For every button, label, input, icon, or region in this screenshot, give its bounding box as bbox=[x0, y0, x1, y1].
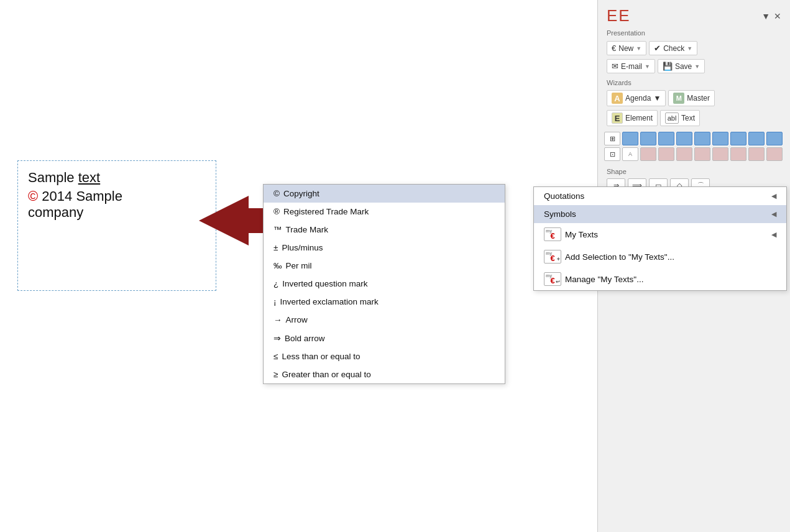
copyright-label: Copyright bbox=[283, 189, 319, 198]
plusminus-sym: ± bbox=[273, 243, 278, 252]
layout-btn-5[interactable] bbox=[676, 132, 692, 145]
email-icon: ✉ bbox=[612, 62, 618, 71]
gte-item[interactable]: ≥ Greater than or equal to bbox=[264, 365, 505, 383]
permil-label: Per mil bbox=[286, 261, 312, 270]
inv-question-sym: ¿ bbox=[273, 279, 278, 288]
master-label: Master bbox=[687, 94, 710, 103]
gte-sym: ≥ bbox=[273, 370, 278, 379]
lte-sym: ≤ bbox=[273, 352, 278, 361]
layout-btn-10[interactable] bbox=[766, 132, 783, 145]
agenda-button[interactable]: A Agenda ▼ bbox=[607, 90, 666, 106]
copyright-symbol: © bbox=[28, 188, 38, 204]
wizards-label: Wizards bbox=[598, 75, 790, 88]
inv-exclamation-item[interactable]: ¡ Inverted exclamation mark bbox=[264, 293, 505, 311]
layout-row-2: ⊡ A bbox=[604, 147, 784, 161]
bold-arrow-item[interactable]: ⇒ Bold arrow bbox=[264, 329, 505, 347]
email-label: E-mail bbox=[621, 62, 642, 71]
email-dropdown-arrow: ▼ bbox=[645, 63, 650, 70]
element-button[interactable]: E Element bbox=[607, 110, 658, 126]
agenda-dropdown-arrow: ▼ bbox=[653, 94, 661, 103]
wizard-buttons-row: A Agenda ▼ M Master bbox=[598, 88, 790, 108]
minimize-button[interactable]: ▼ bbox=[761, 11, 770, 21]
add-selection-item[interactable]: my € + Add Selection to "My Texts"... bbox=[534, 245, 786, 268]
manage-label: Manage "My Texts"... bbox=[565, 275, 643, 284]
layout-btn-2[interactable] bbox=[622, 132, 638, 145]
arrow-sym: → bbox=[273, 315, 282, 324]
email-button[interactable]: ✉ E-mail ▼ bbox=[607, 59, 655, 73]
symbols-main-menu: Quotations ◀ Symbols ◀ my € My Texts ◀ m… bbox=[533, 186, 787, 291]
trademark-label: Trade Mark bbox=[286, 225, 329, 234]
check-dropdown-arrow: ▼ bbox=[687, 45, 692, 52]
layout-btn-3[interactable] bbox=[640, 132, 656, 145]
sample-text-line2: © 2014 Sample bbox=[28, 188, 206, 204]
symbols-label: Symbols bbox=[544, 209, 576, 219]
email-save-row: ✉ E-mail ▼ 💾 Save ▼ bbox=[598, 57, 790, 75]
text-wizard-button[interactable]: abl Text bbox=[660, 110, 700, 126]
layout-btn-8[interactable] bbox=[730, 132, 746, 145]
arrow-item[interactable]: → Arrow bbox=[264, 311, 505, 329]
ee-logo: EE bbox=[607, 6, 631, 25]
layout-btn-18[interactable] bbox=[730, 147, 746, 161]
layout-btn-19[interactable] bbox=[748, 147, 765, 161]
layout-grid: ⊞ ⊡ A bbox=[598, 128, 790, 165]
copyright-item[interactable]: © Copyright bbox=[264, 185, 505, 203]
plusminus-item[interactable]: ± Plus/minus bbox=[264, 239, 505, 257]
layout-btn-13[interactable] bbox=[640, 147, 656, 161]
new-button[interactable]: € New ▼ bbox=[607, 41, 646, 55]
text-wizard-icon: abl bbox=[665, 112, 679, 124]
arrow-label: Arrow bbox=[286, 315, 308, 324]
symbols-menu-item[interactable]: Symbols ◀ bbox=[534, 205, 786, 223]
master-button[interactable]: M Master bbox=[668, 90, 715, 106]
layout-btn-9[interactable] bbox=[748, 132, 765, 145]
layout-btn-4[interactable] bbox=[658, 132, 674, 145]
agenda-icon: A bbox=[612, 93, 623, 104]
layout-btn-1[interactable]: ⊞ bbox=[604, 132, 620, 145]
sample-text-line1: Sample text bbox=[28, 170, 206, 186]
check-label: Check bbox=[663, 44, 684, 53]
save-icon: 💾 bbox=[663, 62, 673, 71]
close-button[interactable]: ✕ bbox=[774, 11, 781, 21]
save-button[interactable]: 💾 Save ▼ bbox=[658, 59, 705, 73]
layout-btn-6[interactable] bbox=[694, 132, 710, 145]
gte-label: Greater than or equal to bbox=[282, 370, 370, 379]
plusminus-label: Plus/minus bbox=[282, 243, 323, 252]
layout-btn-7[interactable] bbox=[712, 132, 728, 145]
inv-question-item[interactable]: ¿ Inverted question mark bbox=[264, 275, 505, 293]
layout-btn-12[interactable]: A bbox=[622, 147, 638, 161]
bold-arrow-sym: ⇒ bbox=[273, 333, 281, 343]
my-texts-menu-item[interactable]: my € My Texts ◀ bbox=[534, 223, 786, 245]
my-texts-icon: my € bbox=[544, 227, 561, 241]
quotations-menu-item[interactable]: Quotations ◀ bbox=[534, 187, 786, 205]
text-wizard-label: Text bbox=[681, 114, 695, 122]
add-selection-icon: my € + bbox=[544, 250, 561, 264]
permil-sym: ‰ bbox=[273, 261, 282, 270]
layout-btn-11[interactable]: ⊡ bbox=[604, 147, 620, 161]
new-icon: € bbox=[612, 44, 616, 53]
check-button[interactable]: ✔ Check ▼ bbox=[649, 41, 697, 55]
copyright-sym: © bbox=[273, 189, 280, 198]
layout-btn-17[interactable] bbox=[712, 147, 728, 161]
layout-btn-20[interactable] bbox=[766, 147, 783, 161]
header-controls: ▼ ✕ bbox=[761, 11, 781, 21]
permil-item[interactable]: ‰ Per mil bbox=[264, 257, 505, 275]
element-label: Element bbox=[625, 114, 653, 122]
inv-question-label: Inverted question mark bbox=[282, 279, 367, 288]
symbols-submenu: © Copyright ® Registered Trade Mark ™ Tr… bbox=[263, 184, 505, 384]
layout-btn-16[interactable] bbox=[694, 147, 710, 161]
sample-text-box: Sample text © 2014 Sample company bbox=[17, 160, 216, 291]
registered-sym: ® bbox=[273, 207, 280, 216]
lte-item[interactable]: ≤ Less than or equal to bbox=[264, 347, 505, 365]
bold-arrow-label: Bold arrow bbox=[285, 334, 325, 343]
manage-item[interactable]: my € ↩ Manage "My Texts"... bbox=[534, 268, 786, 290]
trademark-item[interactable]: ™ Trade Mark bbox=[264, 221, 505, 239]
registered-tm-item[interactable]: ® Registered Trade Mark bbox=[264, 203, 505, 221]
trademark-sym: ™ bbox=[273, 225, 282, 234]
inv-exclamation-label: Inverted exclamation mark bbox=[280, 297, 379, 306]
registered-tm-label: Registered Trade Mark bbox=[283, 207, 369, 216]
quotations-label: Quotations bbox=[544, 191, 584, 201]
layout-btn-15[interactable] bbox=[676, 147, 692, 161]
save-dropdown-arrow: ▼ bbox=[694, 63, 700, 70]
my-texts-label: My Texts bbox=[565, 230, 598, 239]
presentation-label: Presentation bbox=[598, 28, 790, 39]
layout-btn-14[interactable] bbox=[658, 147, 674, 161]
